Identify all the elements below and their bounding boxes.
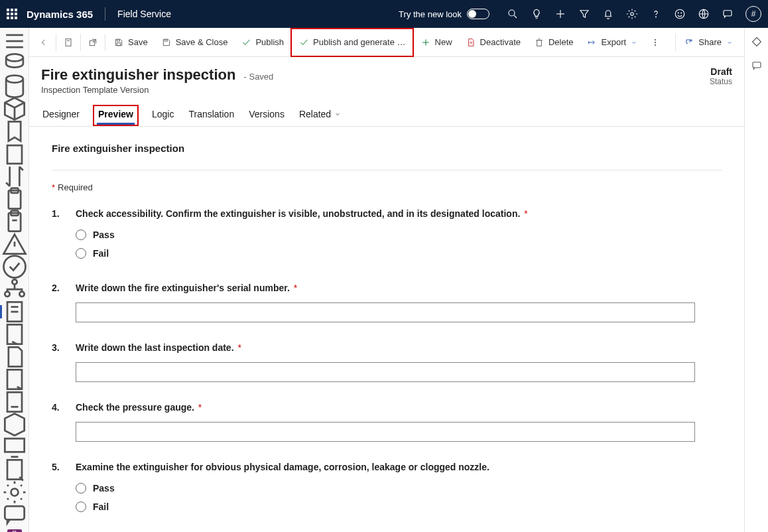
radio-icon[interactable] [76,230,86,240]
teams-chat-icon[interactable] [751,60,763,72]
try-new-look-toggle[interactable]: Try the new look [399,9,489,19]
nav-box-icon[interactable] [0,101,29,117]
tab-versions[interactable]: Versions [247,105,286,126]
nav-hamburger-icon[interactable] [0,33,29,49]
help-icon[interactable] [650,8,662,20]
text-input[interactable] [76,302,695,322]
radio-option[interactable]: Fail [76,244,722,263]
nav-bookmark-icon[interactable] [0,123,29,139]
right-pane-rail [744,28,768,532]
save-button[interactable]: Save [107,28,155,57]
bell-icon[interactable] [602,8,614,20]
copilot-icon[interactable] [751,36,763,48]
question: 5.Examine the extinguisher for obvious p… [52,462,722,516]
account-icon[interactable]: # [745,6,761,22]
main-area: Save Save & Close Publish Publish and ge… [29,28,744,532]
open-new-icon[interactable] [82,28,103,57]
svg-point-8 [681,13,682,13]
record-title: Fire extinguisher inspection - Saved [41,66,273,83]
svg-rect-34 [7,369,22,389]
svg-point-7 [678,13,678,13]
question-number: 4. [52,402,76,442]
svg-rect-39 [7,460,22,479]
tab-related[interactable]: Related [298,105,343,126]
nav-check-circle-icon[interactable] [0,259,29,275]
text-input[interactable] [76,422,695,442]
nav-package-icon[interactable] [0,417,29,432]
question-text: Write down the last inspection date. * [76,342,722,353]
nav-settings-icon[interactable] [0,484,29,500]
add-icon[interactable] [554,8,566,20]
radio-label: Fail [93,248,109,259]
nav-clipboard2-icon[interactable] [0,214,29,230]
back-button[interactable] [33,28,54,57]
svg-rect-42 [66,38,71,46]
nav-database-icon[interactable] [0,78,29,94]
overflow-menu-icon[interactable] [645,28,666,57]
tab-designer[interactable]: Designer [41,105,81,126]
app-launcher-icon[interactable] [7,9,17,19]
nav-clipboard-icon[interactable] [0,191,29,207]
save-close-button[interactable]: Save & Close [155,28,235,57]
nav-org-icon[interactable] [0,281,29,297]
search-icon[interactable] [507,8,519,20]
radio-label: Pass [93,483,115,494]
question-text: Examine the extinguisher for obvious phy… [76,462,722,472]
nav-sort-icon[interactable] [0,168,29,184]
form-selector-icon[interactable] [58,28,79,57]
svg-rect-58 [753,62,761,68]
globe-icon[interactable] [698,8,710,20]
radio-icon[interactable] [76,483,86,494]
tab-logic[interactable]: Logic [151,105,175,126]
radio-icon[interactable] [76,248,86,259]
lightbulb-icon[interactable] [531,8,543,20]
svg-point-55 [655,39,656,40]
nav-stack-icon[interactable] [0,56,29,72]
question-text: Check accessibility. Confirm the extingu… [76,208,722,219]
emoji-icon[interactable] [674,8,686,20]
area-switcher-badge[interactable]: S [7,529,22,532]
radio-option[interactable]: Pass [76,479,722,498]
share-button[interactable]: Share [677,28,740,57]
radio-option[interactable]: Pass [76,226,722,244]
nav-warning-icon[interactable] [0,236,29,252]
new-button[interactable]: New [414,28,459,57]
chat-icon[interactable] [722,8,734,20]
tab-preview[interactable]: Preview [93,105,139,126]
svg-rect-45 [117,39,119,41]
radio-icon[interactable] [76,501,86,512]
publish-generate-button[interactable]: Publish and generate … [290,28,413,57]
preview-content: Fire extinguisher inspection *Required 1… [29,127,744,532]
publish-button[interactable]: Publish [234,28,290,57]
nav-form-icon[interactable] [0,304,29,320]
text-input[interactable] [76,362,695,382]
nav-doc-out-icon[interactable] [0,371,29,387]
question: 1.Check accessibility. Confirm the extin… [52,208,722,263]
svg-point-57 [655,44,656,46]
nav-doc-line-icon[interactable] [0,394,29,410]
preview-heading: Fire extinguisher inspection [52,143,722,154]
question: 4.Check the pressure gauge. * [52,402,722,442]
try-new-look-label: Try the new look [399,9,462,19]
nav-comment-icon[interactable] [0,507,29,523]
export-button[interactable]: Export [580,28,645,57]
delete-button[interactable]: Delete [527,28,580,57]
nav-doc-arrow-icon[interactable] [0,326,29,342]
filter-icon[interactable] [578,8,590,20]
nav-doc-plus-icon[interactable] [0,462,29,478]
svg-point-5 [656,17,657,17]
status-value: Draft [710,66,732,77]
tab-translation[interactable]: Translation [187,105,235,126]
radio-option[interactable]: Fail [76,498,722,516]
toggle-switch[interactable] [467,9,489,19]
brand-label: Dynamics 365 [27,9,93,20]
question: 2.Write down the fire extinguisher's ser… [52,283,722,322]
gear-icon[interactable] [626,8,638,20]
nav-monitor-icon[interactable] [0,439,29,455]
question-number: 1. [52,208,76,263]
svg-point-40 [11,489,18,496]
nav-page-icon[interactable] [0,349,29,365]
nav-building-icon[interactable] [0,146,29,162]
deactivate-button[interactable]: Deactivate [459,28,527,57]
svg-rect-50 [537,40,542,46]
